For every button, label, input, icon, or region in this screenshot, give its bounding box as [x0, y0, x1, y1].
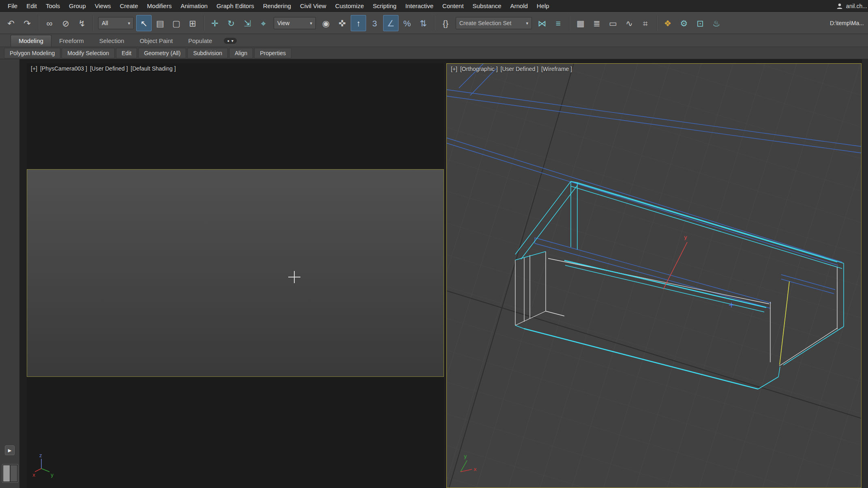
selection-filter-dropdown[interactable]: All ▾ [98, 17, 134, 29]
select-object-button[interactable]: ↖ [136, 15, 152, 31]
align-icon: ≡ [556, 19, 561, 28]
named-selection-set-combo[interactable]: Create Selection Set ▾ [456, 17, 532, 29]
axis-x-label: x [32, 472, 35, 478]
curve-editor-button[interactable]: ∿ [622, 15, 637, 31]
mirror-button[interactable]: ⋈ [534, 15, 550, 31]
viewport-general-menu[interactable]: [+] [31, 65, 37, 72]
material-editor-button[interactable]: ❖ [660, 15, 675, 31]
scale-icon: ⇲ [244, 19, 251, 28]
viewport-pov-menu[interactable]: [Orthographic ] [460, 66, 498, 72]
unlink-selection-button[interactable]: ⊘ [58, 15, 73, 31]
main-toolbar: ↶ ↷ ∞ ⊘ ↯ All ▾ ↖ ▤ ▢ ⊞ ✛ ↻ ⇲ ⌖ View ▾ ◉… [0, 12, 868, 34]
select-and-move-button[interactable]: ✛ [207, 15, 223, 31]
menu-help[interactable]: Help [532, 0, 554, 12]
menu-civil-view[interactable]: Civil View [296, 0, 331, 12]
reference-coordinate-system-dropdown[interactable]: View ▾ [274, 17, 316, 29]
menu-tools[interactable]: Tools [41, 0, 64, 12]
panel-modify-selection[interactable]: Modify Selection [62, 48, 115, 58]
menu-interactive[interactable]: Interactive [401, 0, 438, 12]
crosshair-cursor [288, 271, 300, 283]
viewport-pov-menu[interactable]: [PhysCamera003 ] [40, 65, 87, 72]
menu-modifiers[interactable]: Modifiers [143, 0, 176, 12]
account-area[interactable]: anil.ch... [836, 2, 868, 10]
select-and-place-button[interactable]: ⌖ [256, 15, 271, 31]
toolbar-separator [656, 16, 657, 30]
viewport-area: ▶ [+] [PhysCamera003 ] [User Defined ] [… [0, 59, 868, 488]
menu-create[interactable]: Create [116, 0, 143, 12]
select-cursor-icon: ↖ [140, 19, 148, 28]
menu-views[interactable]: Views [90, 0, 116, 12]
viewport-shading-menu[interactable]: [Default Shading ] [131, 65, 176, 72]
menu-group[interactable]: Group [64, 0, 90, 12]
undo-button[interactable]: ↶ [3, 15, 19, 31]
tab-object-paint[interactable]: Object Paint [132, 35, 180, 47]
panel-align[interactable]: Align [229, 48, 253, 58]
menu-scripting[interactable]: Scripting [368, 0, 401, 12]
pivot-center-icon: ◉ [322, 19, 330, 28]
ribbon-display-toggle[interactable]: ● ▾ [224, 38, 236, 44]
rectangular-selection-region-button[interactable]: ▢ [169, 15, 184, 31]
ortho-viewport-label: [+] [Orthographic ] [User Defined ] [Wir… [451, 66, 572, 72]
scene-explorer-icon: ▦ [577, 19, 585, 28]
viewport-general-menu[interactable]: [+] [451, 66, 457, 72]
panel-polygon-modeling[interactable]: Polygon Modeling [4, 48, 60, 58]
viewport-userdefined-menu[interactable]: [User Defined ] [90, 65, 128, 72]
menu-animation[interactable]: Animation [176, 0, 212, 12]
tab-selection[interactable]: Selection [92, 35, 132, 47]
percent-snap-toggle[interactable]: % [399, 15, 415, 31]
menu-rendering[interactable]: Rendering [259, 0, 296, 12]
panel-properties[interactable]: Properties [254, 48, 291, 58]
toggle-layer-explorer-button[interactable]: ≣ [589, 15, 604, 31]
window-crossing-icon: ⊞ [189, 19, 196, 28]
schematic-view-button[interactable]: ⌗ [638, 15, 653, 31]
select-and-rotate-button[interactable]: ↻ [223, 15, 239, 31]
angle-snap-toggle[interactable]: ∠ [383, 15, 399, 31]
use-pivot-point-center-button[interactable]: ◉ [318, 15, 334, 31]
menu-graph-editors[interactable]: Graph Editors [212, 0, 259, 12]
edit-named-selection-sets-button[interactable]: {} [438, 15, 453, 31]
panel-geometry-all[interactable]: Geometry (All) [138, 48, 186, 58]
ribbon-extras: ● ▾ [224, 38, 236, 44]
panel-subdivision[interactable]: Subdivision [187, 48, 228, 58]
orthographic-viewport[interactable]: y y x [+] [Orthographic ] [User Defined … [446, 63, 862, 488]
window-crossing-toggle[interactable]: ⊞ [185, 15, 200, 31]
undo-icon: ↶ [7, 19, 15, 28]
select-and-scale-button[interactable]: ⇲ [240, 15, 255, 31]
render-production-button[interactable]: ♨ [709, 15, 724, 31]
rendered-frame-window-button[interactable]: ⊡ [692, 15, 708, 31]
menu-customize[interactable]: Customize [331, 0, 369, 12]
3dsmax-window: File Edit Tools Group Views Create Modif… [0, 0, 868, 488]
menu-file[interactable]: File [3, 0, 22, 12]
toggle-scene-explorer-button[interactable]: ▦ [573, 15, 588, 31]
align-button[interactable]: ≡ [551, 15, 566, 31]
menu-content[interactable]: Content [438, 0, 468, 12]
tab-freeform[interactable]: Freeform [51, 35, 92, 47]
project-path-label: D:\temp\Ma... [830, 20, 865, 26]
tab-populate[interactable]: Populate [180, 35, 220, 47]
toggle-ribbon-button[interactable]: ▭ [605, 15, 621, 31]
chevron-down-icon: ▾ [310, 21, 312, 26]
keyboard-shortcut-override-toggle[interactable]: ↑ [351, 15, 366, 31]
camera-frame-region[interactable] [27, 169, 444, 377]
menu-substance[interactable]: Substance [468, 0, 506, 12]
viewport-userdefined-menu[interactable]: [User Defined ] [501, 66, 538, 72]
camera-viewport[interactable]: [+] [PhysCamera003 ] [User Defined ] [De… [27, 63, 444, 488]
select-by-name-button[interactable]: ▤ [152, 15, 168, 31]
snaps-toggle-3d-button[interactable]: 3 [367, 15, 382, 31]
select-and-manipulate-button[interactable]: ✜ [334, 15, 350, 31]
axis-z-label: z [39, 453, 42, 458]
viewport-layout-tabs[interactable] [2, 464, 18, 483]
panel-edit[interactable]: Edit [116, 48, 137, 58]
menu-arnold[interactable]: Arnold [506, 0, 532, 12]
expand-panel-button[interactable]: ▶ [5, 445, 15, 455]
menu-edit[interactable]: Edit [22, 0, 41, 12]
viewport-shading-menu[interactable]: [Wireframe ] [541, 66, 572, 72]
tab-modeling[interactable]: Modeling [11, 35, 51, 47]
render-setup-button[interactable]: ⚙ [676, 15, 692, 31]
spinner-snap-toggle[interactable]: ⇅ [416, 15, 431, 31]
toolbar-separator [569, 16, 570, 30]
unlink-icon: ⊘ [62, 19, 69, 28]
redo-button[interactable]: ↷ [19, 15, 35, 31]
select-and-link-button[interactable]: ∞ [42, 15, 57, 31]
bind-to-space-warp-button[interactable]: ↯ [74, 15, 90, 31]
